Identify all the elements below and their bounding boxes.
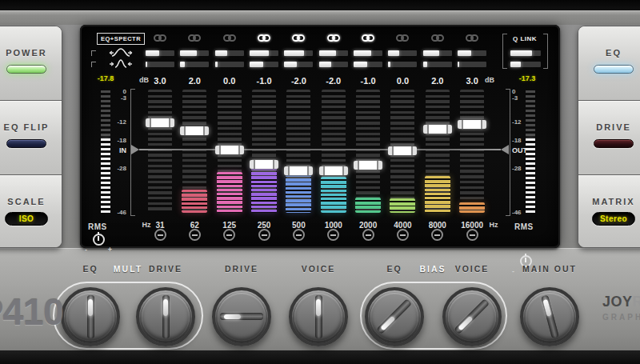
band-width-slider-fill <box>458 62 459 67</box>
matrix-value-pill[interactable]: Stereo <box>592 212 635 226</box>
brand-logo: JOYRIDE GRAPHIC <box>602 294 640 322</box>
panel-section-eq-flip: EQ FLIP <box>0 100 62 174</box>
right-button-panel: EQDRIVEMATRIXStereo <box>578 26 640 248</box>
band-q-slider[interactable] <box>284 50 313 56</box>
band-bypass-button[interactable] <box>362 229 374 241</box>
band-q-slider[interactable] <box>215 50 244 56</box>
band-link-icon[interactable] <box>358 34 378 42</box>
band-link-icon[interactable] <box>150 34 170 42</box>
band-fader-handle[interactable] <box>458 120 486 129</box>
chain-ring <box>297 34 305 42</box>
power-led[interactable] <box>6 65 46 74</box>
button-label: DRIVE <box>596 122 631 132</box>
band-fader-handle[interactable] <box>180 126 209 135</box>
band-q-slider[interactable] <box>458 50 486 56</box>
scale-value-pill[interactable]: ISO <box>5 212 48 226</box>
chain-ring <box>193 34 201 42</box>
knob-indicator <box>224 314 241 319</box>
band-q-slider-fill <box>319 50 336 56</box>
band-q-slider[interactable] <box>423 50 452 56</box>
matrix-value: Stereo <box>600 214 627 223</box>
q-link-width-slider[interactable] <box>510 62 541 67</box>
band-link-icon[interactable] <box>289 34 308 42</box>
band-link-icon[interactable] <box>393 34 412 42</box>
band-width-slider[interactable] <box>180 62 209 67</box>
drive-knob[interactable] <box>212 287 271 346</box>
band-fader-handle[interactable] <box>284 166 313 175</box>
band-link-icon[interactable] <box>324 34 343 42</box>
eq-display: EQ+SPECTRdBdBHzHz3.0312.0620.0125-1.0250… <box>80 25 560 248</box>
band-link-icon[interactable] <box>462 34 482 42</box>
eq-flip-led[interactable] <box>6 139 46 148</box>
band-link-icon[interactable] <box>254 34 274 42</box>
band-width-slider[interactable] <box>458 62 486 67</box>
band-fader-handle[interactable] <box>354 161 382 170</box>
band-q-slider-fill <box>146 50 159 56</box>
band-fader-track[interactable] <box>356 90 380 213</box>
band-link-icon[interactable] <box>220 34 239 42</box>
eq-led[interactable] <box>594 65 634 74</box>
band-fader-track[interactable] <box>460 90 484 213</box>
band-width-slider[interactable] <box>250 62 278 67</box>
band-bypass-button[interactable] <box>223 229 235 241</box>
band-bypass-button[interactable] <box>258 229 270 241</box>
band-bypass-button[interactable] <box>189 229 201 241</box>
eq-knob[interactable] <box>365 287 424 346</box>
knob-face <box>526 293 574 341</box>
drive-led[interactable] <box>594 139 634 148</box>
drive-knob[interactable] <box>136 287 195 346</box>
band-fader-handle[interactable] <box>146 118 174 127</box>
band-width-slider[interactable] <box>423 62 452 67</box>
band-gain-value: -1.0 <box>246 76 282 86</box>
left-button-panel: POWEREQ FLIPSCALEISO <box>0 26 62 248</box>
band-fader-handle[interactable] <box>319 166 348 175</box>
input-rms-timing-dial[interactable]: -+ <box>85 234 112 253</box>
model-number: P410 <box>0 290 63 334</box>
band-link-icon[interactable] <box>428 34 447 42</box>
knob-label: VOICE <box>455 264 490 274</box>
band-width-slider[interactable] <box>354 62 382 67</box>
knob-label: DRIVE <box>149 264 182 274</box>
eq-knob[interactable] <box>61 287 120 346</box>
band-width-slider[interactable] <box>388 62 417 67</box>
band-width-slider[interactable] <box>284 62 313 67</box>
minus-icon <box>226 234 232 236</box>
band-bypass-button[interactable] <box>293 229 305 241</box>
band-q-slider[interactable] <box>250 50 278 56</box>
q-link-q-slider[interactable] <box>510 50 541 56</box>
button-label: SCALE <box>7 197 45 206</box>
band-fader-handle[interactable] <box>423 125 452 134</box>
band-q-slider-fill <box>354 50 371 56</box>
voice-knob[interactable] <box>289 287 348 346</box>
band-bypass-button[interactable] <box>154 229 166 241</box>
band-bypass-button[interactable] <box>431 229 443 241</box>
band-link-icon[interactable] <box>185 34 204 42</box>
band-bypass-button[interactable] <box>397 229 409 241</box>
spectrum-bar <box>459 202 485 213</box>
band-width-slider[interactable] <box>319 62 348 67</box>
band-q-slider[interactable] <box>146 50 174 56</box>
band-width-slider[interactable] <box>146 62 174 67</box>
band-fader-handle[interactable] <box>388 146 417 155</box>
band-q-slider[interactable] <box>319 50 348 56</box>
knob-face <box>294 293 342 341</box>
band-fader-track[interactable] <box>148 90 172 213</box>
dial-tip <box>98 232 99 234</box>
button-label: MATRIX <box>592 197 634 206</box>
band-q-slider[interactable] <box>180 50 209 56</box>
right-scale-bracket <box>506 89 510 216</box>
meter-lit-segments <box>101 138 110 214</box>
band-bypass-button[interactable] <box>466 229 478 241</box>
knob-indicator <box>163 299 168 316</box>
band-bypass-button[interactable] <box>327 229 339 241</box>
band-fader-handle[interactable] <box>215 146 244 154</box>
main-out-knob[interactable] <box>520 287 579 346</box>
eq-spectr-badge[interactable]: EQ+SPECTR <box>97 33 145 45</box>
brand-text-bold: JOY <box>602 294 633 310</box>
voice-knob[interactable] <box>442 287 502 346</box>
band-width-slider[interactable] <box>215 62 244 67</box>
band-q-slider[interactable] <box>354 50 382 56</box>
band-width-slider-fill <box>354 62 367 67</box>
band-fader-handle[interactable] <box>250 160 278 169</box>
band-q-slider[interactable] <box>388 50 417 56</box>
